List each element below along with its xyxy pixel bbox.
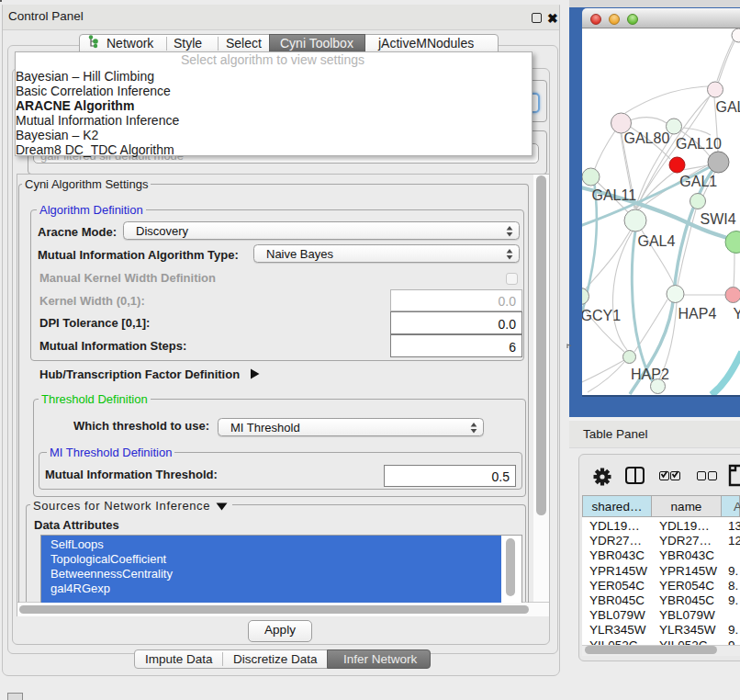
svg-text:GAL1: GAL1 <box>679 174 717 189</box>
svg-text:YJ: YJ <box>734 306 740 322</box>
svg-text:GCY1: GCY1 <box>582 308 621 323</box>
svg-text:GAL11: GAL11 <box>592 187 637 203</box>
svg-text:SWI4: SWI4 <box>701 211 736 227</box>
svg-text:GAL80: GAL80 <box>624 130 670 146</box>
svg-text:GAL4: GAL4 <box>638 233 676 249</box>
svg-text:GAL2: GAL2 <box>716 99 740 115</box>
svg-text:GAL10: GAL10 <box>676 136 722 152</box>
svg-text:HAP2: HAP2 <box>631 367 669 382</box>
svg-text:HAP4: HAP4 <box>678 306 717 322</box>
